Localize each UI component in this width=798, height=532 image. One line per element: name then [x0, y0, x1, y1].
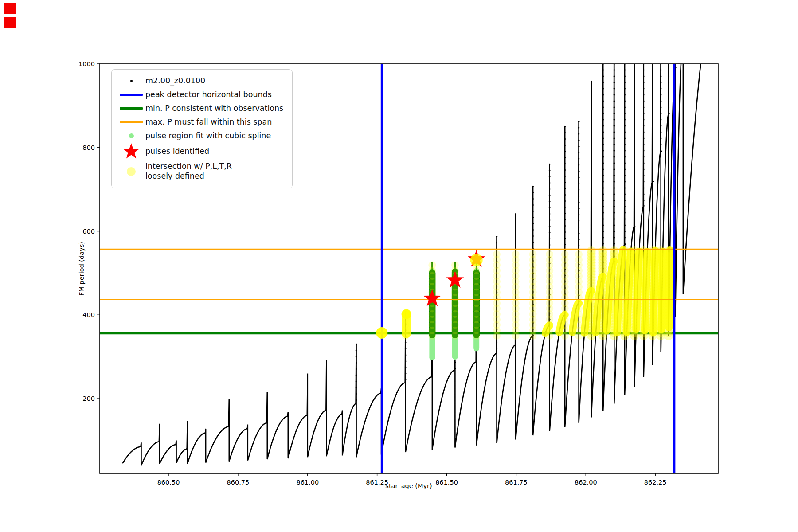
orange-line-icon	[117, 121, 145, 123]
legend-item-series: m2.00_z0.0100	[117, 74, 283, 88]
svg-text:860.50: 860.50	[157, 479, 180, 486]
legend-item-peak-bounds: peak detector horizontal bounds	[117, 88, 283, 102]
legend-label: intersection w/ P,L,T,R loosely defined	[145, 162, 232, 181]
legend-item-min-p: min. P consistent with observations	[117, 102, 283, 115]
yellow-dot-icon	[117, 167, 145, 176]
red-star-icon	[117, 143, 145, 160]
legend-label: m2.00_z0.0100	[145, 76, 205, 86]
svg-text:861.00: 861.00	[296, 479, 319, 486]
legend-item-max-p: max. P must fall within this span	[117, 115, 283, 129]
svg-text:861.75: 861.75	[505, 479, 528, 486]
legend-label: pulses identified	[145, 147, 209, 156]
legend-label: max. P must fall within this span	[145, 117, 272, 127]
green-line-icon	[117, 107, 145, 110]
lightgreen-dot-icon	[117, 133, 145, 138]
svg-text:862.25: 862.25	[644, 479, 667, 486]
series-line-icon	[117, 81, 145, 82]
legend-label: pulse region fit with cubic spline	[145, 131, 271, 141]
loose-intersection-blob	[376, 327, 387, 339]
legend-item-spline: pulse region fit with cubic spline	[117, 129, 283, 143]
legend-label: min. P consistent with observations	[145, 104, 283, 113]
blue-line-icon	[117, 94, 145, 96]
legend: m2.00_z0.0100 peak detector horizontal b…	[111, 69, 293, 188]
legend-label: peak detector horizontal bounds	[145, 90, 272, 100]
y-axis-label: FM period (days)	[78, 224, 85, 313]
svg-text:860.75: 860.75	[227, 479, 250, 486]
loose-intersection-blob	[470, 254, 483, 266]
svg-text:800: 800	[82, 144, 95, 151]
legend-item-pulses: pulses identified	[117, 143, 283, 160]
svg-text:862.00: 862.00	[575, 479, 597, 486]
svg-text:200: 200	[82, 395, 95, 402]
legend-item-intersection: intersection w/ P,L,T,R loosely defined	[117, 160, 283, 183]
svg-text:1000: 1000	[78, 60, 95, 67]
x-axis-label: star_age (Myr)	[364, 482, 453, 489]
